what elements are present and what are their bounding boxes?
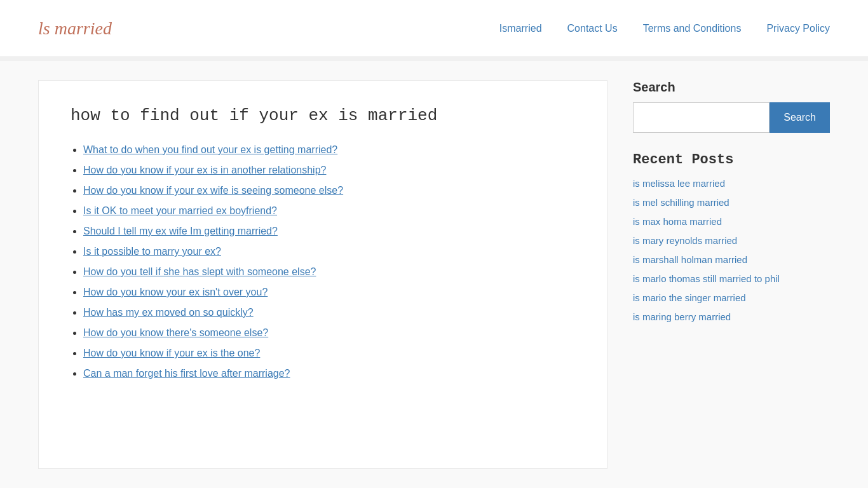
main-nav: Ismarried Contact Us Terms and Condition… <box>499 23 830 34</box>
list-item: How has my ex moved on so quickly? <box>83 307 575 318</box>
page-wrapper: how to find out if your ex is married Wh… <box>0 61 868 488</box>
list-item: How do you know if your ex is in another… <box>83 165 575 176</box>
list-link-9[interactable]: How do you know there's someone else? <box>83 327 268 338</box>
main-content: how to find out if your ex is married Wh… <box>38 80 607 469</box>
recent-post-item: is maring berry married <box>633 311 830 323</box>
recent-post-item: is marshall holman married <box>633 254 830 266</box>
recent-posts-title: Recent Posts <box>633 152 830 168</box>
search-widget-title: Search <box>633 80 830 95</box>
recent-post-link-7[interactable]: is maring berry married <box>633 311 731 322</box>
article-list: What to do when you find out your ex is … <box>71 144 575 379</box>
list-link-8[interactable]: How has my ex moved on so quickly? <box>83 307 254 318</box>
list-link-0[interactable]: What to do when you find out your ex is … <box>83 144 337 155</box>
list-link-4[interactable]: Should I tell my ex wife Im getting marr… <box>83 226 278 236</box>
list-item: How do you know your ex isn't over you? <box>83 287 575 298</box>
list-link-3[interactable]: Is it OK to meet your married ex boyfrie… <box>83 205 277 216</box>
search-input[interactable] <box>633 102 770 133</box>
list-link-2[interactable]: How do you know if your ex wife is seein… <box>83 185 343 196</box>
recent-post-item: is max homa married <box>633 216 830 227</box>
nav-contact[interactable]: Contact Us <box>567 23 618 34</box>
search-form: Search <box>633 102 830 133</box>
list-item: Should I tell my ex wife Im getting marr… <box>83 226 575 237</box>
nav-terms[interactable]: Terms and Conditions <box>643 23 742 34</box>
site-logo[interactable]: ls married <box>38 18 112 39</box>
search-button[interactable]: Search <box>770 102 830 133</box>
list-item: How do you know if your ex wife is seein… <box>83 185 575 196</box>
recent-post-item: is melissa lee married <box>633 178 830 189</box>
recent-post-item: is marlo thomas still married to phil <box>633 273 830 285</box>
recent-posts-list: is melissa lee married is mel schilling … <box>633 178 830 323</box>
recent-post-item: is mary reynolds married <box>633 235 830 247</box>
sidebar: Search Search Recent Posts is melissa le… <box>633 80 830 469</box>
list-link-6[interactable]: How do you tell if she has slept with so… <box>83 266 316 277</box>
list-item: Is it OK to meet your married ex boyfrie… <box>83 205 575 217</box>
list-link-5[interactable]: Is it possible to marry your ex? <box>83 246 221 257</box>
nav-privacy[interactable]: Privacy Policy <box>766 23 830 34</box>
recent-post-link-0[interactable]: is melissa lee married <box>633 178 725 189</box>
recent-post-link-1[interactable]: is mel schilling married <box>633 197 729 208</box>
list-item: Is it possible to marry your ex? <box>83 246 575 257</box>
recent-post-item: is mario the singer married <box>633 292 830 304</box>
article-title: how to find out if your ex is married <box>71 106 575 125</box>
recent-post-link-3[interactable]: is mary reynolds married <box>633 235 737 246</box>
recent-post-link-4[interactable]: is marshall holman married <box>633 254 747 265</box>
recent-post-link-5[interactable]: is marlo thomas still married to phil <box>633 273 780 284</box>
recent-post-link-6[interactable]: is mario the singer married <box>633 292 746 303</box>
search-widget: Search Search <box>633 80 830 133</box>
nav-ismarried[interactable]: Ismarried <box>499 23 542 34</box>
list-item: How do you know there's someone else? <box>83 327 575 339</box>
list-link-7[interactable]: How do you know your ex isn't over you? <box>83 287 268 297</box>
list-item: Can a man forget his first love after ma… <box>83 368 575 379</box>
list-item: What to do when you find out your ex is … <box>83 144 575 156</box>
recent-posts-widget: Recent Posts is melissa lee married is m… <box>633 152 830 323</box>
recent-post-item: is mel schilling married <box>633 197 830 208</box>
list-item: How do you know if your ex is the one? <box>83 348 575 359</box>
list-link-11[interactable]: Can a man forget his first love after ma… <box>83 368 290 379</box>
site-header: ls married Ismarried Contact Us Terms an… <box>0 0 868 57</box>
list-link-10[interactable]: How do you know if your ex is the one? <box>83 348 260 358</box>
list-item: How do you tell if she has slept with so… <box>83 266 575 278</box>
list-link-1[interactable]: How do you know if your ex is in another… <box>83 165 326 175</box>
recent-post-link-2[interactable]: is max homa married <box>633 216 722 227</box>
